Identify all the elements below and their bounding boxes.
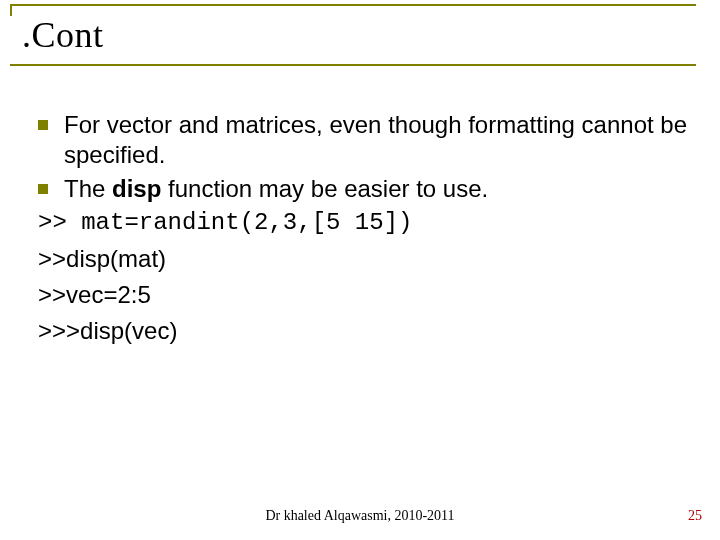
square-bullet-icon	[38, 184, 48, 194]
bullet-item: For vector and matrices, even though for…	[38, 110, 690, 170]
slide-number: 25	[688, 508, 702, 524]
code-plain-line: >>vec=2:5	[38, 280, 690, 310]
bullet-text: For vector and matrices, even though for…	[64, 110, 690, 170]
title-band: .Cont	[10, 4, 696, 66]
title-accent	[10, 6, 12, 16]
code-line: >> mat=randint(2,3,[5 15])	[38, 208, 690, 238]
code-plain-line: >>disp(mat)	[38, 244, 690, 274]
square-bullet-icon	[38, 120, 48, 130]
bullet-item: The disp function may be easier to use.	[38, 174, 690, 204]
footer-author: Dr khaled Alqawasmi, 2010-2011	[0, 508, 720, 524]
code-plain-line: >>>disp(vec)	[38, 316, 690, 346]
slide-body: For vector and matrices, even though for…	[38, 110, 690, 350]
slide-title: .Cont	[22, 14, 104, 56]
slide: .Cont For vector and matrices, even thou…	[0, 0, 720, 540]
bullet-text: The disp function may be easier to use.	[64, 174, 690, 204]
